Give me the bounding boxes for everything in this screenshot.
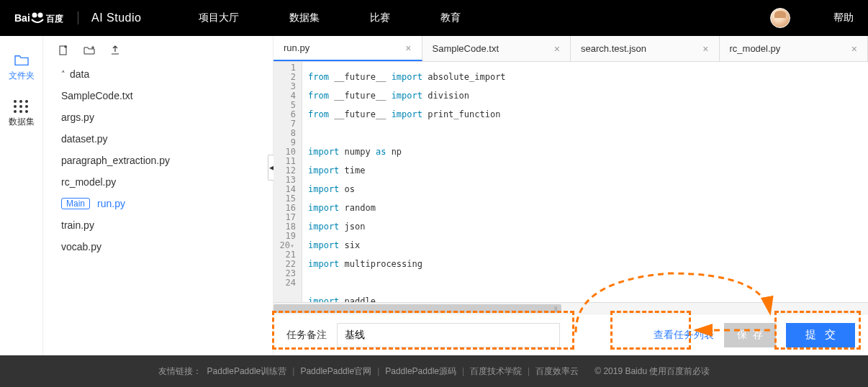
horizontal-scrollbar[interactable]: ⦀ [273, 302, 868, 314]
new-file-icon[interactable] [58, 45, 69, 56]
close-icon[interactable]: × [851, 43, 857, 55]
file-panel: ˄data SampleCode.txt args.py dataset.py … [43, 36, 273, 355]
left-rail: 文件夹 数据集 [0, 36, 43, 355]
tree-file[interactable]: paragraph_extraction.py [58, 150, 266, 171]
dataset-icon [14, 100, 30, 113]
note-label: 任务备注 [286, 329, 327, 342]
view-tasks-link[interactable]: 查看任务列表 [654, 329, 714, 342]
main-badge: Main [61, 198, 90, 209]
footer-link[interactable]: 百度效率云 [535, 365, 579, 378]
logo-section: Bai 百度 AI Studio [14, 9, 141, 27]
footer-label: 友情链接： [158, 365, 202, 378]
footer-link[interactable]: 百度技术学院 [470, 365, 522, 378]
new-folder-icon[interactable] [83, 45, 95, 56]
close-icon[interactable]: × [405, 42, 411, 54]
svg-text:Bai: Bai [14, 12, 30, 24]
tree-file[interactable]: train.py [58, 214, 266, 236]
tree-folder-data[interactable]: ˄data [58, 63, 266, 85]
footer-link[interactable]: PaddlePaddle源码 [385, 365, 456, 378]
folder-icon [14, 54, 30, 67]
rail-files[interactable]: 文件夹 [9, 54, 35, 82]
brand-suffix: AI Studio [91, 12, 141, 24]
footer-copyright: © 2019 Baidu 使用百度前必读 [595, 365, 710, 378]
tree-file[interactable]: dataset.py [58, 128, 266, 150]
save-button[interactable]: 保存 [724, 323, 776, 347]
submit-button[interactable]: 提交 [786, 323, 855, 347]
close-icon[interactable]: × [702, 43, 708, 55]
code-area[interactable]: 1234567891011121314151617181920▾21222324… [273, 62, 868, 302]
avatar[interactable] [770, 8, 790, 28]
file-toolbar [43, 45, 273, 56]
tree-file[interactable]: rc_model.py [58, 171, 266, 193]
editor-tabs: run.py× SampleCode.txt× search.test.json… [273, 36, 868, 62]
svg-point-2 [38, 13, 43, 18]
note-input[interactable] [337, 323, 560, 347]
tab-sample[interactable]: SampleCode.txt× [422, 36, 571, 61]
top-nav: Bai 百度 AI Studio 项目大厅 数据集 比赛 教育 帮助 [0, 0, 868, 36]
nav-links: 项目大厅 数据集 比赛 教育 [199, 12, 461, 24]
svg-text:百度: 百度 [45, 14, 63, 24]
file-tree: ˄data SampleCode.txt args.py dataset.py … [43, 63, 273, 258]
nav-dataset[interactable]: 数据集 [289, 12, 320, 24]
tab-rcmodel[interactable]: rc_model.py× [720, 36, 869, 61]
nav-hall[interactable]: 项目大厅 [199, 12, 239, 24]
gutter: 1234567891011121314151617181920▾21222324 [273, 62, 302, 302]
footer: 友情链接： PaddlePaddle训练营| PaddlePaddle官网| P… [0, 355, 868, 387]
tab-search[interactable]: search.test.json× [571, 36, 720, 61]
nav-contest[interactable]: 比赛 [370, 12, 390, 24]
footer-link[interactable]: PaddlePaddle官网 [300, 365, 371, 378]
scrollbar-thumb[interactable] [273, 304, 561, 313]
tree-file-active[interactable]: Mainrun.py [58, 193, 266, 214]
rail-dataset[interactable]: 数据集 [9, 100, 35, 128]
svg-point-1 [32, 13, 37, 18]
tree-file[interactable]: args.py [58, 106, 266, 128]
baidu-logo: Bai 百度 [14, 9, 65, 27]
editor: ◀ run.py× SampleCode.txt× search.test.js… [273, 36, 868, 355]
help-link[interactable]: 帮助 [833, 12, 854, 24]
tree-file[interactable]: SampleCode.txt [58, 85, 266, 106]
upload-icon[interactable] [109, 45, 121, 56]
footer-link[interactable]: PaddlePaddle训练营 [207, 365, 287, 378]
brand-divider [78, 12, 78, 24]
main: 文件夹 数据集 ˄data SampleCode.txt args.py dat… [0, 36, 868, 355]
tab-run[interactable]: run.py× [273, 36, 422, 61]
close-icon[interactable]: × [554, 43, 560, 55]
tree-file[interactable]: vocab.py [58, 236, 266, 258]
nav-edu[interactable]: 教育 [440, 12, 461, 24]
action-bar: 任务备注 查看任务列表 保存 提交 [273, 314, 868, 355]
code-content: from __future__ import absolute_import f… [302, 62, 868, 302]
